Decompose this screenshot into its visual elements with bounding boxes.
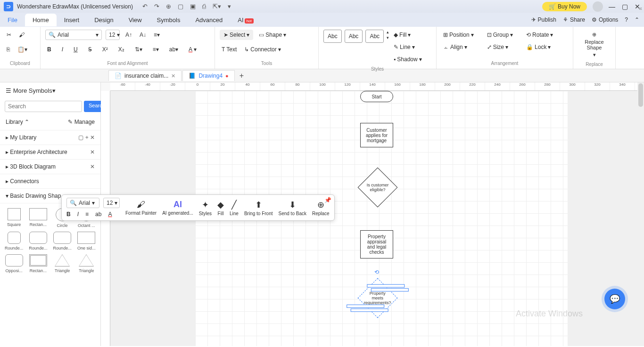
italic-icon[interactable]: I bbox=[60, 44, 65, 55]
section-connectors[interactable]: ▸ Connectors bbox=[0, 174, 100, 189]
buy-now-button[interactable]: 🛒 Buy Now bbox=[542, 2, 587, 11]
sel-handle[interactable] bbox=[367, 284, 405, 288]
print-icon[interactable]: ⎙ bbox=[202, 3, 206, 10]
menu-ai[interactable]: AIhot bbox=[230, 14, 261, 26]
more-icon[interactable]: ▾ bbox=[228, 3, 231, 10]
minimize-icon[interactable]: — bbox=[609, 3, 615, 10]
float-italic-icon[interactable]: I bbox=[77, 211, 79, 218]
font-color-icon[interactable]: A▾ bbox=[187, 44, 198, 55]
shape-square[interactable]: Square bbox=[3, 208, 25, 228]
increase-font-icon[interactable]: A↑ bbox=[124, 30, 134, 40]
shape-one-sided[interactable]: One sid... bbox=[75, 232, 98, 250]
float-line[interactable]: ╱Line bbox=[230, 200, 239, 216]
section-enterprise[interactable]: ▸ Enterprise Architecture✕ bbox=[0, 145, 100, 160]
node-start[interactable]: Start bbox=[360, 91, 393, 102]
decrease-font-icon[interactable]: A↓ bbox=[138, 30, 148, 40]
more-symbols-button[interactable]: ☰ More Symbols▾ bbox=[6, 87, 56, 94]
float-highlight-icon[interactable]: ab bbox=[95, 211, 101, 218]
cut-icon[interactable]: ✂ bbox=[5, 30, 13, 40]
shape-rectangle[interactable]: Rectan... bbox=[27, 208, 49, 228]
style-preset-1[interactable]: Abc bbox=[323, 30, 342, 43]
shape-rounded2[interactable]: Rounde... bbox=[27, 232, 49, 250]
section-my-library[interactable]: ▸ My Library▢ + ✕ bbox=[0, 130, 100, 145]
float-bring-front[interactable]: ⬆Bring to Front bbox=[244, 200, 273, 216]
float-pin-icon[interactable]: 📌 bbox=[324, 197, 331, 203]
highlight-icon[interactable]: ab▾ bbox=[167, 44, 180, 55]
avatar[interactable] bbox=[593, 1, 603, 12]
manage-button[interactable]: ✎ Manage bbox=[68, 119, 95, 125]
vertical-scrollbar[interactable] bbox=[637, 82, 644, 224]
menu-view[interactable]: View bbox=[121, 14, 149, 26]
line-button[interactable]: ✎ Line▾ bbox=[392, 42, 424, 52]
sel-handle[interactable] bbox=[371, 288, 409, 291]
tab-drawing4[interactable]: 📘 Drawing4 ● bbox=[182, 70, 234, 81]
search-input[interactable] bbox=[5, 101, 82, 112]
shape-rounded3[interactable]: Rounde... bbox=[51, 232, 74, 250]
format-painter-icon[interactable]: 🖌 bbox=[17, 30, 26, 40]
float-size[interactable]: 12▾ bbox=[103, 198, 120, 208]
section-3d-block[interactable]: ▸ 3D Block Diagram✕ bbox=[0, 160, 100, 174]
align-button[interactable]: ⫠ Align▾ bbox=[441, 42, 476, 52]
group-button[interactable]: ⊡ Group▾ bbox=[485, 30, 515, 40]
tab-insurance[interactable]: 📄 insurance claim... ✕ bbox=[108, 70, 182, 81]
collapse-ribbon-icon[interactable]: ⌃ bbox=[635, 16, 639, 23]
shadow-button[interactable]: ▪ Shadow▾ bbox=[392, 54, 424, 65]
float-styles[interactable]: ✦Styles bbox=[199, 200, 212, 216]
library-dropdown[interactable]: Library ⌃ bbox=[6, 119, 29, 125]
float-format-painter[interactable]: 🖌Format Painter bbox=[125, 200, 157, 216]
tab-add-icon[interactable]: + bbox=[236, 70, 248, 82]
collapse-panel-icon[interactable]: « bbox=[639, 5, 642, 12]
sel-handle[interactable] bbox=[347, 305, 384, 308]
float-ai[interactable]: AIAI generated... bbox=[162, 200, 193, 216]
export-icon[interactable]: ⇱▾ bbox=[213, 3, 221, 10]
shape-triangle1[interactable]: Triangle bbox=[51, 254, 74, 273]
size-button[interactable]: ⤢ Size▾ bbox=[485, 42, 515, 52]
align-text-icon[interactable]: ≡▾ bbox=[152, 30, 162, 40]
tab-close-icon[interactable]: ✕ bbox=[171, 73, 175, 79]
float-align-icon[interactable]: ≡ bbox=[85, 211, 89, 218]
sel-handle[interactable] bbox=[351, 308, 388, 312]
node-requirements[interactable]: Property meets requirements? bbox=[358, 278, 398, 318]
text-tool[interactable]: T Text bbox=[220, 44, 239, 55]
float-fill[interactable]: ◆Fill bbox=[217, 200, 224, 216]
connector-tool[interactable]: ↳ Connector▾ bbox=[242, 44, 282, 55]
undo-icon[interactable]: ↶ bbox=[142, 3, 148, 10]
rotate-button[interactable]: ⟲ Rotate▾ bbox=[524, 30, 555, 40]
style-preset-2[interactable]: Abc bbox=[345, 30, 363, 43]
menu-file[interactable]: File bbox=[0, 14, 25, 26]
bold-icon[interactable]: B bbox=[45, 44, 53, 55]
shape-triangle2[interactable]: Triangle bbox=[75, 254, 98, 273]
float-font[interactable]: 🔍Arial▾ bbox=[66, 198, 99, 208]
shape-rounded1[interactable]: Rounde... bbox=[3, 232, 25, 250]
menu-symbols[interactable]: Symbols bbox=[149, 14, 188, 26]
save-icon[interactable]: ▣ bbox=[190, 3, 196, 10]
position-button[interactable]: ⊞ Position▾ bbox=[441, 30, 476, 40]
menu-home[interactable]: Home bbox=[25, 14, 57, 26]
float-color-icon[interactable]: A bbox=[108, 211, 112, 218]
font-family-dropdown[interactable]: 🔍 Arial ▾ bbox=[45, 30, 102, 40]
chat-bubble-icon[interactable]: 💬 bbox=[604, 289, 625, 309]
options-button[interactable]: ⚙ Options bbox=[592, 16, 618, 23]
node-customer-applies[interactable]: Customer applies for mortgage bbox=[360, 123, 393, 147]
font-size-dropdown[interactable]: 12 ▾ bbox=[106, 30, 120, 40]
menu-advanced[interactable]: Advanced bbox=[188, 14, 230, 26]
preset-down-icon[interactable]: ▾ bbox=[387, 35, 389, 40]
fill-button[interactable]: ◆ Fill▾ bbox=[392, 30, 424, 40]
node-eligible[interactable]: Is customer eligible? bbox=[358, 168, 398, 208]
node-appraisal[interactable]: Property appraisal and legal checks bbox=[360, 230, 393, 258]
new-icon[interactable]: ⊕ bbox=[166, 3, 171, 10]
lock-button[interactable]: 🔒 Lock▾ bbox=[524, 42, 555, 52]
paste-icon[interactable]: 📋▾ bbox=[16, 44, 29, 55]
style-preset-3[interactable]: Abc bbox=[365, 30, 384, 43]
publish-button[interactable]: ✈ Publish bbox=[531, 16, 556, 23]
line-spacing-icon[interactable]: ⇅▾ bbox=[133, 44, 144, 55]
underline-icon[interactable]: U bbox=[72, 44, 80, 55]
open-icon[interactable]: ▢ bbox=[178, 3, 183, 10]
copy-icon[interactable]: ⎘ bbox=[5, 44, 12, 55]
float-bold-icon[interactable]: B bbox=[66, 211, 71, 218]
help-icon[interactable]: ? bbox=[625, 16, 628, 23]
menu-insert[interactable]: Insert bbox=[57, 14, 87, 26]
shape-opposite[interactable]: Opposi... bbox=[3, 254, 25, 273]
share-button[interactable]: ⚘ Share bbox=[563, 16, 585, 23]
select-tool[interactable]: ➤ Select▾ bbox=[220, 30, 253, 40]
